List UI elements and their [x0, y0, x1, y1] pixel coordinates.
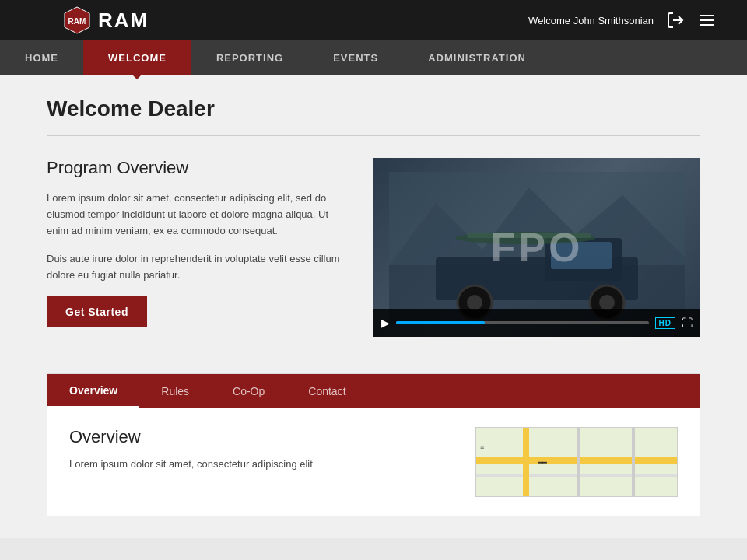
- logo-area: RAM RAM: [62, 5, 149, 35]
- map-road-vertical-3: [632, 428, 635, 496]
- program-para1: Lorem ipsum dolor sit amet, consectetur …: [47, 191, 345, 239]
- welcome-message: Welcome John Smithsonian: [528, 15, 654, 26]
- map-label-left: ≡: [480, 443, 484, 451]
- tab-contact[interactable]: Contact: [286, 374, 367, 408]
- play-button[interactable]: ▶: [381, 317, 390, 329]
- header-right: Welcome John Smithsonian: [528, 11, 716, 30]
- nav-item-administration[interactable]: ADMINISTRATION: [403, 40, 551, 75]
- nav-item-events[interactable]: EVENTS: [308, 40, 403, 75]
- overview-text-col: Overview Lorem ipsum dolor sit amet, con…: [69, 427, 451, 473]
- navbar: HOME WELCOME REPORTING EVENTS ADMINISTRA…: [0, 40, 747, 75]
- tab-coop[interactable]: Co-Op: [211, 374, 286, 408]
- tab-overview[interactable]: Overview: [47, 374, 139, 408]
- program-para2: Duis aute irure dolor in reprehenderit i…: [47, 251, 345, 284]
- tabs-header: Overview Rules Co-Op Contact: [47, 374, 700, 408]
- video-controls: ▶ HD ⛶: [374, 309, 700, 337]
- video-progress-bar[interactable]: [396, 321, 649, 324]
- fpo-label: FPO: [491, 224, 584, 271]
- main-content: Welcome Dealer Program Overview Lorem ip…: [0, 75, 747, 538]
- nav-item-home[interactable]: HOME: [0, 40, 83, 75]
- divider-top: [47, 135, 700, 136]
- tabs-content: Overview Lorem ipsum dolor sit amet, con…: [47, 408, 700, 516]
- overview-content-body: Lorem ipsum dolor sit amet, consectetur …: [69, 457, 451, 473]
- program-text-col: Program Overview Lorem ipsum dolor sit a…: [47, 158, 345, 337]
- logout-icon[interactable]: [666, 11, 685, 30]
- map-road-vertical: [523, 428, 529, 496]
- overview-content-title: Overview: [69, 427, 451, 447]
- program-section-title: Program Overview: [47, 158, 345, 178]
- video-container: FPO ▶ HD ⛶: [374, 158, 700, 337]
- menu-icon[interactable]: [697, 11, 716, 30]
- ram-shield-icon: RAM: [62, 5, 92, 35]
- map-road-horizontal: [476, 457, 677, 464]
- map-container[interactable]: ≡ ━━: [475, 427, 678, 497]
- tab-rules[interactable]: Rules: [139, 374, 211, 408]
- hd-badge: HD: [655, 317, 675, 329]
- map-road-horizontal-2: [476, 474, 677, 477]
- program-overview-section: Program Overview Lorem ipsum dolor sit a…: [47, 158, 700, 337]
- svg-point-12: [467, 295, 482, 310]
- svg-point-14: [599, 295, 615, 310]
- fullscreen-button[interactable]: ⛶: [682, 317, 693, 329]
- svg-text:RAM: RAM: [68, 17, 86, 26]
- divider-bottom: [47, 359, 700, 359]
- header: RAM RAM Welcome John Smithsonian: [0, 0, 747, 40]
- get-started-button[interactable]: Get Started: [47, 296, 147, 327]
- tabs-section: Overview Rules Co-Op Contact Overview Lo…: [47, 373, 700, 516]
- nav-item-welcome[interactable]: WELCOME: [83, 40, 191, 75]
- page-title: Welcome Dealer: [47, 96, 700, 121]
- video-progress-fill: [396, 321, 485, 324]
- map-road-vertical-2: [577, 428, 580, 496]
- nav-item-reporting[interactable]: REPORTING: [191, 40, 308, 75]
- map-label-center: ━━: [538, 459, 546, 467]
- brand-name: RAM: [98, 9, 149, 33]
- video-thumbnail: FPO ▶ HD ⛶: [374, 158, 700, 337]
